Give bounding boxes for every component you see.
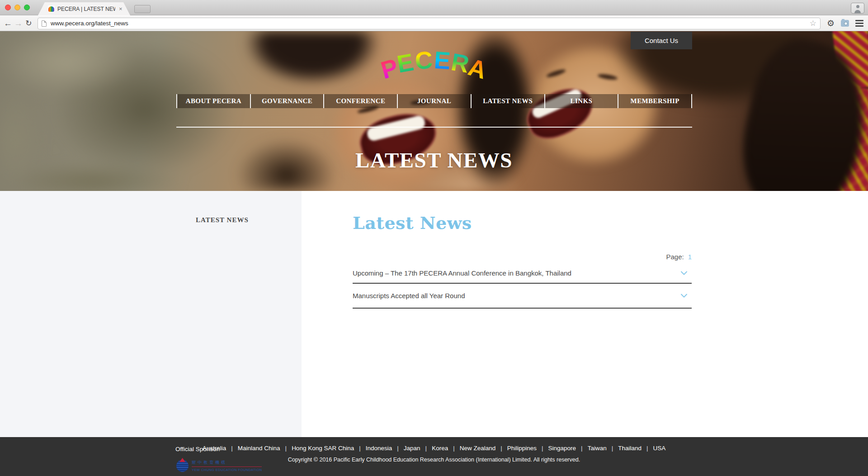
- pecera-rainbow-logo[interactable]: PECERA: [0, 47, 868, 76]
- page-content: LATEST NEWS Latest News Page:1 Upcoming …: [0, 191, 868, 437]
- url-domain: www.pecera.org: [51, 20, 94, 27]
- sidebar: LATEST NEWS: [0, 191, 302, 437]
- nav-item[interactable]: MEMBERSHIP: [618, 94, 692, 108]
- footer-country-link[interactable]: Thailand: [607, 445, 642, 452]
- main-panel: Latest News Page:1 Upcoming – The 17th P…: [302, 191, 868, 437]
- forward-button[interactable]: →: [13, 19, 24, 28]
- bookmark-star-icon[interactable]: ☆: [810, 19, 816, 27]
- hero-divider-line: [176, 127, 692, 128]
- person-icon: [854, 10, 861, 13]
- hero-page-title: LATEST NEWS: [0, 148, 868, 172]
- url-text: www.pecera.org/latest_news: [51, 20, 128, 27]
- person-icon: [856, 5, 859, 8]
- reload-button[interactable]: ↻: [24, 19, 34, 27]
- url-path: /latest_news: [94, 20, 128, 27]
- browser-toolbar: ← → ↻ www.pecera.org/latest_news ☆ ⚙: [0, 16, 868, 31]
- news-accordion-row[interactable]: Upcoming – The 17th PECERA Annual Confer…: [353, 263, 692, 284]
- footer-country-link[interactable]: Japan: [392, 445, 420, 452]
- sponsor-name-english: YEW CHUNG EDUCATION FOUNDATION: [192, 468, 262, 472]
- contact-us-button[interactable]: Contact Us: [631, 32, 692, 49]
- chrome-menu-icon[interactable]: [855, 20, 863, 27]
- footer-country-link[interactable]: USA: [642, 445, 665, 452]
- chevron-down-icon[interactable]: [681, 294, 687, 298]
- window-minimize-button[interactable]: [14, 5, 20, 10]
- sidebar-item-latest-news[interactable]: LATEST NEWS: [196, 216, 249, 224]
- address-bar[interactable]: www.pecera.org/latest_news ☆: [38, 18, 821, 29]
- chevron-down-icon[interactable]: [681, 271, 687, 275]
- nav-item[interactable]: GOVERNANCE: [250, 94, 324, 108]
- photo-teeth: [366, 114, 426, 142]
- page-info-icon[interactable]: [42, 20, 47, 27]
- sponsor-logo-text: 耀中教育機構 YEW CHUNG EDUCATION FOUNDATION: [192, 460, 262, 472]
- nav-item[interactable]: CONFERENCE: [323, 94, 397, 108]
- footer-country-link[interactable]: Taiwan: [576, 445, 607, 452]
- footer-country-link[interactable]: Indonesia: [354, 445, 392, 452]
- page-number-link[interactable]: 1: [688, 253, 692, 261]
- nav-item[interactable]: LATEST NEWS: [471, 94, 544, 108]
- site-favicon-icon: [48, 5, 55, 12]
- sponsor-logo[interactable]: 耀中教育機構 YEW CHUNG EDUCATION FOUNDATION: [176, 460, 262, 472]
- footer-country-link[interactable]: Korea: [420, 445, 448, 452]
- browser-tab-active[interactable]: PECERA | LATEST NEWS ×: [38, 2, 130, 15]
- nav-item[interactable]: JOURNAL: [397, 94, 471, 108]
- yew-chung-logo-icon: [176, 460, 189, 472]
- profile-avatar-button[interactable]: [851, 3, 864, 14]
- footer-country-link[interactable]: Philippines: [495, 445, 537, 452]
- camera-extension-icon[interactable]: [841, 20, 849, 27]
- logo-letter: C: [413, 45, 434, 76]
- hero-banner: Contact Us PECERA ABOUT PECERAGOVERNANCE…: [0, 31, 868, 191]
- footer-country-link[interactable]: Hong Kong SAR China: [280, 445, 354, 452]
- window-controls: [5, 5, 30, 10]
- main-navigation: ABOUT PECERAGOVERNANCECONFERENCEJOURNALL…: [176, 94, 692, 108]
- browser-window: PECERA | LATEST NEWS × ← → ↻ www.pecera.…: [0, 0, 868, 476]
- copyright-text: Copyright © 2016 Pacific Early Childhood…: [0, 457, 868, 463]
- window-zoom-button[interactable]: [24, 5, 30, 10]
- footer-country-link[interactable]: Singapore: [537, 445, 576, 452]
- page-title: Latest News: [353, 213, 692, 233]
- nav-item[interactable]: LINKS: [544, 94, 618, 108]
- back-button[interactable]: ←: [3, 19, 13, 28]
- sponsor-name-chinese: 耀中教育機構: [192, 460, 262, 467]
- site-footer: Official Sponsor: AustraliaMainland Chin…: [0, 437, 868, 476]
- news-title: Manuscripts Accepted all Year Round: [353, 292, 465, 300]
- footer-country-link[interactable]: Mainland China: [226, 445, 280, 452]
- page-label: Page:: [666, 253, 684, 261]
- window-close-button[interactable]: [5, 5, 11, 10]
- footer-country-link[interactable]: New Zealand: [448, 445, 495, 452]
- footer-country-link[interactable]: Australia: [203, 445, 226, 452]
- news-title: Upcoming – The 17th PECERA Annual Confer…: [353, 269, 571, 277]
- new-tab-button[interactable]: [134, 5, 151, 13]
- photo-laughing-mouth: [520, 79, 600, 147]
- browser-tabstrip: PECERA | LATEST NEWS ×: [0, 0, 868, 15]
- gear-extension-icon[interactable]: ⚙: [827, 19, 835, 28]
- news-list: Upcoming – The 17th PECERA Annual Confer…: [353, 263, 692, 309]
- tab-title: PECERA | LATEST NEWS: [57, 6, 115, 12]
- nav-item[interactable]: ABOUT PECERA: [176, 94, 250, 108]
- photo-plaid-fabric: [766, 71, 868, 191]
- news-accordion-row[interactable]: Manuscripts Accepted all Year Round: [353, 284, 692, 309]
- country-links: AustraliaMainland ChinaHong Kong SAR Chi…: [203, 445, 666, 452]
- pagination: Page:1: [353, 253, 692, 261]
- tab-close-icon[interactable]: ×: [119, 6, 123, 12]
